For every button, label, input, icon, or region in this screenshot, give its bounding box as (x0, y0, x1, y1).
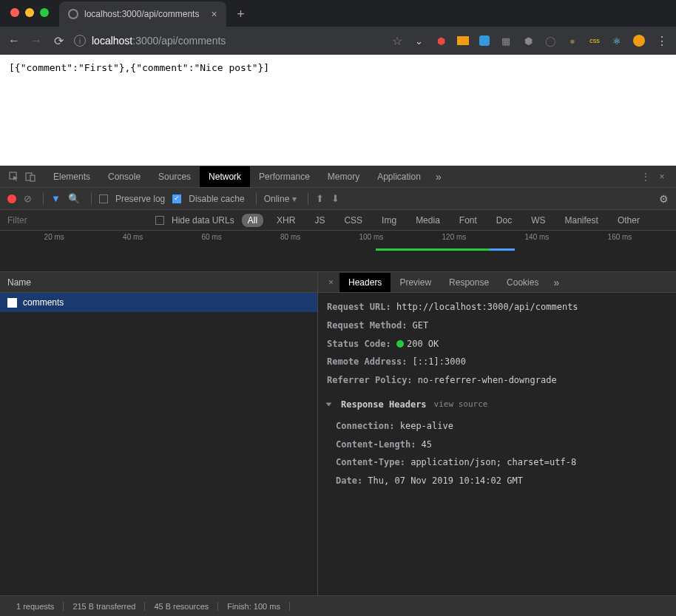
ext-orange-icon[interactable] (457, 36, 469, 45)
value: no-referrer-when-downgrade (418, 375, 557, 385)
devtools-panel: Elements Console Sources Network Perform… (0, 166, 676, 616)
filter-img[interactable]: Img (376, 214, 402, 227)
download-har-icon[interactable]: ⬇ (331, 193, 339, 204)
network-status-bar: 1 requests 215 B transferred 45 B resour… (0, 595, 676, 616)
tab-title: localhost:3000/api/comments (84, 9, 199, 19)
detail-tab-response[interactable]: Response (440, 273, 498, 292)
tab-network[interactable]: Network (200, 166, 250, 187)
hide-data-urls-label: Hide data URLs (172, 215, 234, 226)
tab-console[interactable]: Console (99, 166, 149, 187)
detail-tab-cookies[interactable]: Cookies (498, 273, 547, 292)
inspect-element-icon[interactable] (6, 167, 22, 186)
disable-cache-label: Disable cache (189, 194, 244, 204)
label: Content-Type: (336, 457, 405, 467)
filter-doc[interactable]: Doc (490, 214, 518, 227)
tab-performance[interactable]: Performance (250, 166, 319, 187)
filter-font[interactable]: Font (453, 214, 483, 227)
page-content: [{"comment":"First"},{"comment":"Nice po… (0, 55, 676, 166)
more-tabs-icon[interactable]: » (430, 171, 447, 183)
back-button[interactable]: ← (7, 34, 21, 47)
hide-data-urls-checkbox[interactable] (155, 216, 164, 225)
globe-icon (68, 9, 78, 19)
devtools-close-icon[interactable]: × (654, 167, 670, 186)
ext-cards-icon[interactable]: ▦ (500, 35, 512, 47)
ext-css-icon[interactable]: css (589, 35, 601, 47)
ext-avatar-icon[interactable] (633, 35, 645, 47)
timeline-bar-waiting (376, 248, 490, 251)
search-icon[interactable]: 🔍 (68, 193, 80, 204)
value: Thu, 07 Nov 2019 10:14:02 GMT (368, 475, 523, 486)
devtools-tab-bar: Elements Console Sources Network Perform… (0, 166, 676, 188)
throttling-select[interactable]: Online▾ (264, 194, 297, 204)
forward-button[interactable]: → (30, 34, 43, 47)
filter-js[interactable]: JS (308, 214, 331, 227)
browser-tab[interactable]: localhost:3000/api/comments × (59, 1, 226, 27)
response-headers-section[interactable]: Response Headers view source (327, 396, 667, 413)
close-window-button[interactable] (10, 8, 19, 17)
minimize-window-button[interactable] (25, 8, 34, 17)
filter-toggle-icon[interactable]: ▼ (51, 193, 61, 204)
ublock-icon[interactable]: ⬢ (522, 35, 534, 47)
url-path: :3000/api/comments (132, 35, 226, 47)
status-resources: 45 B resources (145, 602, 218, 611)
filter-css[interactable]: CSS (338, 214, 368, 227)
tick: 40 ms (123, 233, 143, 241)
label: Content-Length: (336, 439, 416, 450)
preserve-log-checkbox[interactable] (99, 194, 108, 203)
request-row[interactable]: comments (0, 293, 317, 312)
maximize-window-button[interactable] (40, 8, 49, 17)
preserve-log-label: Preserve log (115, 194, 165, 204)
value: keep-alive (400, 421, 453, 431)
site-info-icon[interactable]: i (74, 35, 86, 47)
tab-sources[interactable]: Sources (149, 166, 200, 187)
bookmark-star-icon[interactable]: ☆ (391, 34, 404, 48)
ext-cookie-icon[interactable]: ● (567, 35, 578, 47)
react-devtools-icon[interactable]: ⚛ (611, 35, 623, 47)
reload-button[interactable]: ⟳ (52, 34, 65, 48)
name-column-header[interactable]: Name (0, 272, 317, 293)
timeline-bar-download (490, 248, 515, 251)
filter-ws[interactable]: WS (525, 214, 551, 227)
view-source-link[interactable]: view source (434, 397, 488, 413)
upload-har-icon[interactable]: ⬆ (316, 193, 324, 204)
more-detail-tabs-icon[interactable]: » (547, 277, 565, 288)
filter-all[interactable]: All (242, 214, 263, 227)
close-detail-icon[interactable]: × (322, 277, 339, 288)
label: Connection: (336, 421, 394, 431)
value: 45 (422, 439, 432, 450)
browser-menu-icon[interactable]: ⋮ (655, 34, 669, 48)
shield-icon[interactable]: ⬢ (435, 35, 447, 47)
device-toggle-icon[interactable] (22, 167, 38, 186)
detail-tab-headers[interactable]: Headers (339, 273, 391, 292)
filter-xhr[interactable]: XHR (271, 214, 301, 227)
tab-memory[interactable]: Memory (319, 166, 368, 187)
network-settings-icon[interactable]: ⚙ (659, 193, 669, 205)
record-button[interactable] (7, 194, 16, 203)
disable-cache-checkbox[interactable] (172, 194, 181, 203)
detail-tab-preview[interactable]: Preview (391, 273, 440, 292)
clear-button[interactable]: ⊘ (24, 193, 32, 204)
filter-media[interactable]: Media (410, 214, 446, 227)
filter-manifest[interactable]: Manifest (559, 214, 604, 227)
request-name: comments (23, 297, 64, 308)
devtools-menu-icon[interactable]: ⋮ (638, 167, 654, 186)
value: http://localhost:3000/api/comments (396, 302, 578, 312)
filter-other[interactable]: Other (612, 214, 646, 227)
pocket-icon[interactable]: ⌄ (413, 35, 425, 47)
filter-bar: Hide data URLs All XHR JS CSS Img Media … (0, 210, 676, 231)
status-requests: 1 requests (7, 602, 64, 611)
close-tab-icon[interactable]: × (211, 8, 217, 20)
waterfall-overview[interactable]: 20 ms 40 ms 60 ms 80 ms 100 ms 120 ms 14… (0, 231, 676, 272)
status-transferred: 215 B transferred (64, 602, 145, 611)
tab-application[interactable]: Application (368, 166, 430, 187)
status-finish: Finish: 100 ms (218, 602, 290, 611)
tab-elements[interactable]: Elements (44, 166, 99, 187)
filter-input[interactable] (7, 215, 111, 226)
extension-icons: ⌄ ⬢ ▦ ⬢ ◯ ● css ⚛ ⋮ (413, 34, 669, 48)
ext-circle-icon[interactable]: ◯ (544, 35, 556, 47)
url-field[interactable]: i localhost:3000/api/comments (74, 35, 382, 47)
browser-window: localhost:3000/api/comments × + ← → ⟳ i … (0, 0, 676, 616)
request-list: Name comments (0, 272, 318, 595)
ext-blue-icon[interactable] (479, 35, 490, 46)
new-tab-button[interactable]: + (231, 4, 251, 24)
